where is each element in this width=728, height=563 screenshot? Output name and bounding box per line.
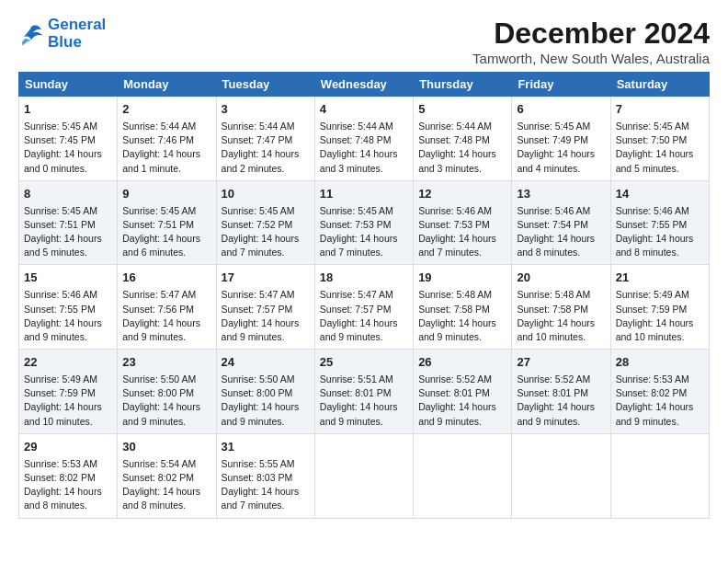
sunrise-text: Sunrise: 5:45 AM (517, 121, 590, 132)
day-number: 22 (24, 354, 112, 372)
sunrise-text: Sunrise: 5:52 AM (517, 373, 590, 385)
day-number: 11 (320, 186, 408, 203)
day-number: 7 (616, 101, 704, 119)
daylight-text: Daylight: 14 hours and 9 minutes. (320, 401, 398, 426)
sunrise-text: Sunrise: 5:49 AM (616, 289, 689, 300)
day-cell: 23Sunrise: 5:50 AMSunset: 8:00 PMDayligh… (118, 350, 216, 434)
day-number: 28 (616, 354, 704, 372)
day-number: 26 (418, 354, 506, 372)
sunset-text: Sunset: 8:01 PM (517, 387, 588, 398)
sunset-text: Sunset: 8:02 PM (616, 387, 688, 398)
daylight-text: Daylight: 14 hours and 4 minutes. (517, 148, 595, 173)
page-subtitle: Tamworth, New South Wales, Australia (472, 51, 710, 66)
sunrise-text: Sunrise: 5:45 AM (222, 205, 295, 216)
sunrise-text: Sunrise: 5:45 AM (616, 121, 689, 132)
sunset-text: Sunset: 7:45 PM (24, 134, 96, 145)
sunrise-text: Sunrise: 5:48 AM (418, 289, 492, 300)
sunrise-text: Sunrise: 5:45 AM (320, 205, 393, 216)
daylight-text: Daylight: 14 hours and 3 minutes. (320, 148, 398, 173)
sunrise-text: Sunrise: 5:51 AM (320, 373, 393, 385)
day-number: 15 (24, 270, 112, 287)
sunset-text: Sunset: 7:57 PM (320, 304, 392, 315)
day-cell: 4Sunrise: 5:44 AMSunset: 7:48 PMDaylight… (314, 97, 413, 181)
day-number: 24 (222, 354, 310, 372)
sunset-text: Sunset: 7:58 PM (517, 304, 588, 315)
daylight-text: Daylight: 14 hours and 7 minutes. (222, 486, 300, 511)
sunrise-text: Sunrise: 5:50 AM (122, 373, 196, 385)
daylight-text: Daylight: 14 hours and 0 minutes. (24, 148, 102, 173)
day-cell: 7Sunrise: 5:45 AMSunset: 7:50 PMDaylight… (610, 97, 709, 181)
day-cell: 13Sunrise: 5:46 AMSunset: 7:54 PMDayligh… (512, 180, 610, 265)
sunset-text: Sunset: 7:48 PM (320, 134, 392, 145)
sunset-text: Sunset: 8:01 PM (320, 387, 392, 398)
sunset-text: Sunset: 8:02 PM (122, 472, 194, 483)
day-cell: 28Sunrise: 5:53 AMSunset: 8:02 PMDayligh… (610, 350, 709, 434)
day-number: 16 (122, 270, 210, 287)
day-cell: 16Sunrise: 5:47 AMSunset: 7:56 PMDayligh… (118, 265, 216, 350)
day-cell: 25Sunrise: 5:51 AMSunset: 8:01 PMDayligh… (314, 350, 413, 434)
page: General Blue December 2024 Tamworth, New… (0, 0, 728, 528)
day-number: 20 (517, 270, 605, 287)
day-number: 30 (122, 439, 210, 456)
daylight-text: Daylight: 14 hours and 10 minutes. (517, 317, 595, 342)
col-header-sunday: Sunday (19, 73, 118, 97)
sunset-text: Sunset: 7:54 PM (517, 219, 588, 230)
sunset-text: Sunset: 7:50 PM (616, 134, 688, 145)
daylight-text: Daylight: 14 hours and 9 minutes. (616, 401, 694, 426)
day-number: 25 (320, 354, 408, 372)
sunset-text: Sunset: 7:59 PM (616, 304, 688, 315)
day-number: 2 (122, 101, 210, 119)
daylight-text: Daylight: 14 hours and 7 minutes. (222, 233, 300, 258)
week-row-3: 15Sunrise: 5:46 AMSunset: 7:55 PMDayligh… (19, 265, 710, 350)
day-number: 4 (320, 101, 408, 119)
day-number: 27 (517, 354, 605, 372)
day-number: 9 (122, 186, 210, 203)
daylight-text: Daylight: 14 hours and 8 minutes. (122, 486, 200, 511)
daylight-text: Daylight: 14 hours and 6 minutes. (122, 233, 200, 258)
sunset-text: Sunset: 7:47 PM (222, 134, 293, 145)
daylight-text: Daylight: 14 hours and 5 minutes. (616, 148, 694, 173)
sunset-text: Sunset: 7:53 PM (418, 219, 490, 230)
sunset-text: Sunset: 8:00 PM (222, 387, 293, 398)
col-header-tuesday: Tuesday (216, 73, 314, 97)
sunrise-text: Sunrise: 5:52 AM (418, 373, 492, 385)
sunset-text: Sunset: 7:55 PM (24, 304, 96, 315)
col-header-monday: Monday (118, 73, 216, 97)
day-number: 3 (222, 101, 310, 119)
col-header-thursday: Thursday (414, 73, 512, 97)
sunrise-text: Sunrise: 5:48 AM (517, 289, 590, 300)
daylight-text: Daylight: 14 hours and 8 minutes. (616, 233, 694, 258)
sunset-text: Sunset: 7:49 PM (517, 134, 588, 145)
header-row: SundayMondayTuesdayWednesdayThursdayFrid… (19, 73, 710, 97)
week-row-1: 1Sunrise: 5:45 AMSunset: 7:45 PMDaylight… (19, 97, 710, 181)
day-cell: 10Sunrise: 5:45 AMSunset: 7:52 PMDayligh… (216, 180, 314, 265)
daylight-text: Daylight: 14 hours and 2 minutes. (222, 148, 300, 173)
daylight-text: Daylight: 14 hours and 9 minutes. (517, 401, 595, 426)
sunset-text: Sunset: 7:53 PM (320, 219, 392, 230)
daylight-text: Daylight: 14 hours and 5 minutes. (24, 233, 102, 258)
sunrise-text: Sunrise: 5:50 AM (222, 373, 295, 385)
sunrise-text: Sunrise: 5:45 AM (24, 121, 97, 132)
header: General Blue December 2024 Tamworth, New… (18, 17, 710, 66)
daylight-text: Daylight: 14 hours and 10 minutes. (616, 317, 694, 342)
sunset-text: Sunset: 7:51 PM (24, 219, 96, 230)
day-cell: 27Sunrise: 5:52 AMSunset: 8:01 PMDayligh… (512, 350, 610, 434)
day-cell: 20Sunrise: 5:48 AMSunset: 7:58 PMDayligh… (512, 265, 610, 350)
sunrise-text: Sunrise: 5:55 AM (222, 458, 295, 469)
daylight-text: Daylight: 14 hours and 8 minutes. (517, 233, 595, 258)
sunrise-text: Sunrise: 5:47 AM (122, 289, 196, 300)
day-number: 19 (418, 270, 506, 287)
daylight-text: Daylight: 14 hours and 9 minutes. (122, 401, 200, 426)
day-cell (414, 433, 512, 518)
day-cell: 19Sunrise: 5:48 AMSunset: 7:58 PMDayligh… (414, 265, 512, 350)
sunrise-text: Sunrise: 5:44 AM (418, 121, 492, 132)
day-cell: 1Sunrise: 5:45 AMSunset: 7:45 PMDaylight… (19, 97, 118, 181)
sunrise-text: Sunrise: 5:53 AM (24, 458, 97, 469)
sunset-text: Sunset: 7:59 PM (24, 387, 96, 398)
day-number: 17 (222, 270, 310, 287)
sunset-text: Sunset: 7:55 PM (616, 219, 688, 230)
day-cell: 8Sunrise: 5:45 AMSunset: 7:51 PMDaylight… (19, 180, 118, 265)
daylight-text: Daylight: 14 hours and 8 minutes. (24, 486, 102, 511)
sunrise-text: Sunrise: 5:46 AM (616, 205, 689, 216)
week-row-4: 22Sunrise: 5:49 AMSunset: 7:59 PMDayligh… (19, 350, 710, 434)
